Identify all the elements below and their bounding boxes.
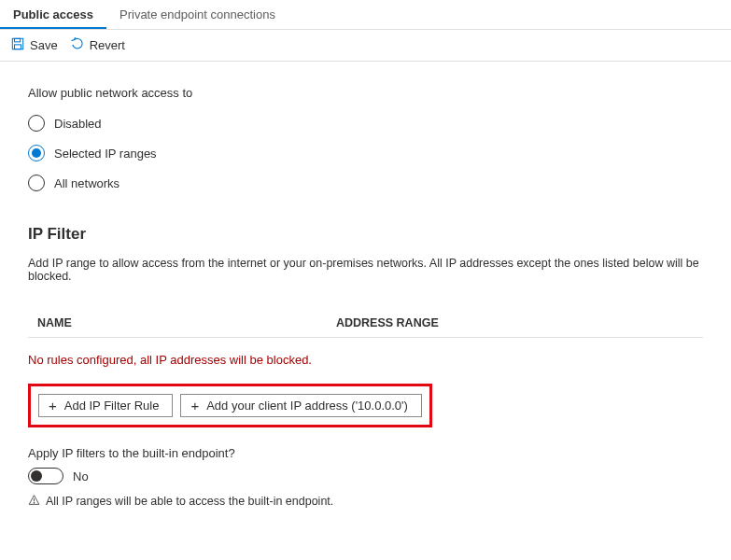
- revert-label: Revert: [90, 38, 125, 52]
- toolbar: Save Revert: [0, 30, 731, 62]
- plus-icon: +: [49, 399, 57, 413]
- ip-filter-table-header: NAME ADDRESS RANGE: [28, 309, 703, 338]
- highlight-box: + Add IP Filter Rule + Add your client I…: [28, 384, 432, 427]
- apply-builtin-toggle[interactable]: [28, 468, 63, 484]
- add-client-ip-button[interactable]: + Add your client IP address ('10.0.0.0'…: [180, 394, 422, 417]
- radio-icon: [28, 175, 45, 191]
- radio-selected-ip[interactable]: Selected IP ranges: [28, 145, 703, 161]
- svg-point-4: [34, 502, 35, 503]
- radio-label: Disabled: [54, 117, 102, 131]
- warning-icon: [28, 494, 40, 509]
- svg-rect-1: [15, 38, 21, 42]
- add-ip-filter-rule-button[interactable]: + Add IP Filter Rule: [38, 394, 173, 417]
- info-row: All IP ranges will be able to access the…: [28, 494, 703, 509]
- save-button[interactable]: Save: [11, 37, 58, 53]
- no-rules-message: No rules configured, all IP addresses wi…: [28, 353, 703, 367]
- tab-private-endpoint[interactable]: Private endpoint connections: [106, 0, 288, 29]
- radio-all-networks[interactable]: All networks: [28, 175, 703, 191]
- radio-icon: [28, 115, 45, 132]
- radio-label: All networks: [54, 176, 119, 190]
- add-client-ip-label: Add your client IP address ('10.0.0.0'): [206, 399, 408, 413]
- network-access-label: Allow public network access to: [28, 86, 703, 100]
- save-icon: [11, 37, 24, 53]
- tab-public-access[interactable]: Public access: [0, 0, 106, 29]
- apply-builtin-label: Apply IP filters to the built-in endpoin…: [28, 446, 703, 460]
- network-access-radio-group: Disabled Selected IP ranges All networks: [28, 115, 703, 191]
- toggle-value-label: No: [73, 469, 89, 483]
- column-name: NAME: [37, 316, 336, 329]
- plus-icon: +: [190, 399, 199, 413]
- svg-rect-2: [15, 45, 21, 49]
- radio-label: Selected IP ranges: [54, 147, 157, 161]
- info-text: All IP ranges will be able to access the…: [46, 495, 333, 508]
- revert-button[interactable]: Revert: [71, 37, 125, 53]
- ip-filter-heading: IP Filter: [28, 225, 703, 244]
- radio-icon: [28, 145, 45, 161]
- ip-filter-description: Add IP range to allow access from the in…: [28, 257, 703, 283]
- toggle-knob: [31, 470, 42, 482]
- apply-builtin-toggle-row: No: [28, 468, 703, 484]
- column-address-range: ADDRESS RANGE: [336, 316, 694, 329]
- add-ip-filter-rule-label: Add IP Filter Rule: [64, 399, 160, 413]
- undo-icon: [71, 37, 84, 53]
- tab-bar: Public access Private endpoint connectio…: [0, 0, 731, 30]
- save-label: Save: [30, 38, 58, 52]
- radio-disabled[interactable]: Disabled: [28, 115, 703, 132]
